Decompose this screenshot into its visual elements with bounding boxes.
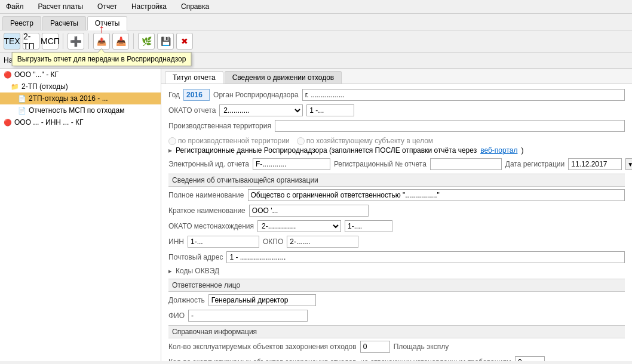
radio-by-subject-label: по хозяйствующему субъекту в целом <box>306 137 433 145</box>
resp-section-title: Ответственное лицо <box>168 279 625 292</box>
tab-registry[interactable]: Реестр <box>2 16 41 30</box>
sep2 <box>88 33 89 49</box>
okved-label: Коды ОКВЭД <box>176 267 219 275</box>
okato-select[interactable]: 2........... <box>219 104 303 116</box>
regnum-input[interactable] <box>430 158 502 170</box>
fio-label: ФИО <box>168 311 185 320</box>
obj2-row: Кол-во эксплуатируемых объектов захороне… <box>168 356 625 361</box>
emblem-btn[interactable]: 🌿 <box>138 33 155 50</box>
tab-payments[interactable]: Расчеты <box>42 16 86 30</box>
menu-bar: Файл Расчет платы Отчет Настройка Справк… <box>0 0 632 14</box>
tab-movement[interactable]: Сведения о движении отходов <box>225 71 342 84</box>
organ-label: Орган Росприроднадзора <box>213 91 299 99</box>
inn-input[interactable] <box>188 236 259 248</box>
msp-label: МСП <box>41 36 60 46</box>
territory-input[interactable] <box>275 120 625 132</box>
tree-icon-1: 📁 <box>11 83 19 91</box>
tree-item-3[interactable]: 📄 Отчетность МСП по отходам <box>0 104 161 116</box>
radio-by-subject[interactable] <box>297 137 305 145</box>
okato-code-input[interactable] <box>306 104 354 116</box>
export-btn[interactable]: 📤 ↑ <box>93 33 110 50</box>
okato-row: ОКАТО отчета 2........... <box>168 104 625 116</box>
tex-btn[interactable]: ТЕХ <box>4 33 20 50</box>
2tp-btn[interactable]: 2-ТП <box>23 33 39 50</box>
shortname-label: Краткое наименование <box>168 206 246 215</box>
tree-item-2[interactable]: 📄 2ТП-отходы за 2016 - ... <box>0 92 161 104</box>
msp-btn[interactable]: МСП <box>42 33 59 50</box>
radio-group: по производственной территории по хозяйс… <box>168 135 625 146</box>
tree-icon-3: 📄 <box>18 107 26 115</box>
menu-settings[interactable]: Настройка <box>128 1 170 12</box>
obj1-input[interactable] <box>360 341 390 353</box>
tree-item-1[interactable]: 📁 2-ТП (отходы) <box>0 81 161 92</box>
okved-arrow[interactable]: ▸ <box>168 267 172 275</box>
obj1-extra-label: Площадь эксплу <box>394 343 449 351</box>
2tp-label: 2-ТП <box>23 32 39 51</box>
add-btn[interactable]: ➕ <box>68 33 84 50</box>
position-input[interactable] <box>208 294 316 306</box>
toolbar: ТЕХ 2-ТП МСП ➕ 📤 ↑ Выгрузить отчет для п… <box>0 30 632 53</box>
obj2-label: Кол-во эксплуатируемых объектов захороне… <box>168 358 511 361</box>
tree-icon-4: 🔴 <box>4 119 12 127</box>
tex-label: ТЕХ <box>4 36 20 46</box>
cancel-btn[interactable]: ✖ <box>176 33 193 50</box>
organ-input[interactable] <box>302 89 625 101</box>
okato-loc-select[interactable]: 2-.............. <box>257 220 341 232</box>
elid-input[interactable] <box>253 158 330 170</box>
fullname-row: Полное наименование <box>168 189 625 201</box>
tab-title[interactable]: Титул отчета <box>165 71 223 84</box>
okpo-input[interactable] <box>287 236 358 248</box>
menu-help[interactable]: Справка <box>177 1 213 12</box>
reg-link[interactable]: веб-портал <box>480 146 517 155</box>
territory-label: Производственная территория <box>168 122 271 130</box>
tree-icon-2: 📄 <box>18 95 26 103</box>
tree-item-4[interactable]: 🔴 ООО ... - ИНН ... - КГ <box>0 116 161 128</box>
regdate-picker-btn[interactable]: ▼ <box>625 158 632 170</box>
regnum-label: Регистрационный № отчета <box>334 160 427 168</box>
tab-reports[interactable]: Отчеты <box>87 16 127 30</box>
okato-loc-row: ОКАТО местонахождения 2-.............. <box>168 220 625 232</box>
inner-tabs: Титул отчета Сведения о движении отходов <box>161 69 632 84</box>
obj2-input[interactable] <box>515 356 545 361</box>
import-btn[interactable]: 📥 <box>112 33 129 50</box>
fio-input[interactable] <box>188 310 308 322</box>
reg-arrow: ▸ <box>168 146 172 155</box>
sep1 <box>63 33 63 49</box>
tree-label-3: Отчетность МСП по отходам <box>29 106 124 115</box>
year-label: Год <box>168 91 180 99</box>
form-content: Год Орган Росприроднадзора ОКАТО отчета … <box>161 84 632 361</box>
regdate-input[interactable] <box>568 158 622 170</box>
menu-file[interactable]: Файл <box>2 1 27 12</box>
year-input[interactable] <box>183 89 210 101</box>
position-row: Должность <box>168 294 625 306</box>
reg-paren: ) <box>521 146 523 155</box>
tree-label-4: ООО ... - ИНН ... - КГ <box>14 118 83 127</box>
address-input[interactable] <box>226 251 625 263</box>
fullname-label: Полное наименование <box>168 191 244 199</box>
shortname-input[interactable] <box>249 205 369 217</box>
elid-label: Электронный ид. отчета <box>168 160 249 168</box>
tree-panel: 🔴 ООО "..." - КГ 📁 2-ТП (отходы) 📄 2ТП-о… <box>0 69 161 361</box>
okato-loc-code-input[interactable] <box>345 220 392 232</box>
reg-note-row: ▸ Регистрационные данные Росприроднадзор… <box>168 146 625 155</box>
radio-by-territory[interactable] <box>168 137 176 145</box>
save-btn[interactable]: 💾 <box>157 33 174 50</box>
tree-label-2: 2ТП-отходы за 2016 - ... <box>29 94 108 103</box>
sep3 <box>133 33 134 49</box>
menu-report[interactable]: Отчет <box>94 1 121 12</box>
reg-note-text: Регистрационные данные Росприроднадзора … <box>176 146 477 155</box>
export-icon: 📤 <box>97 37 106 46</box>
inn-okpo-row: ИНН ОКПО <box>168 236 625 248</box>
okpo-label: ОКПО <box>263 237 283 246</box>
tree-label-1: 2-ТП (отходы) <box>22 82 68 91</box>
fullname-input[interactable] <box>248 189 625 201</box>
org-section-title: Сведения об отчитывающейся организации <box>168 174 625 187</box>
inn-label: ИНН <box>168 237 184 246</box>
menu-payment[interactable]: Расчет платы <box>35 1 87 12</box>
tree-item-0[interactable]: 🔴 ООО "..." - КГ <box>0 69 161 81</box>
main-layout: 🔴 ООО "..." - КГ 📁 2-ТП (отходы) 📄 2ТП-о… <box>0 69 632 361</box>
export-tooltip: Выгрузить отчет для передачи в Росприрод… <box>12 52 192 66</box>
regdate-label: Дата регистрации <box>505 160 564 168</box>
radio-by-territory-label: по производственной территории <box>178 137 290 145</box>
tree-icon-0: 🔴 <box>4 71 12 79</box>
